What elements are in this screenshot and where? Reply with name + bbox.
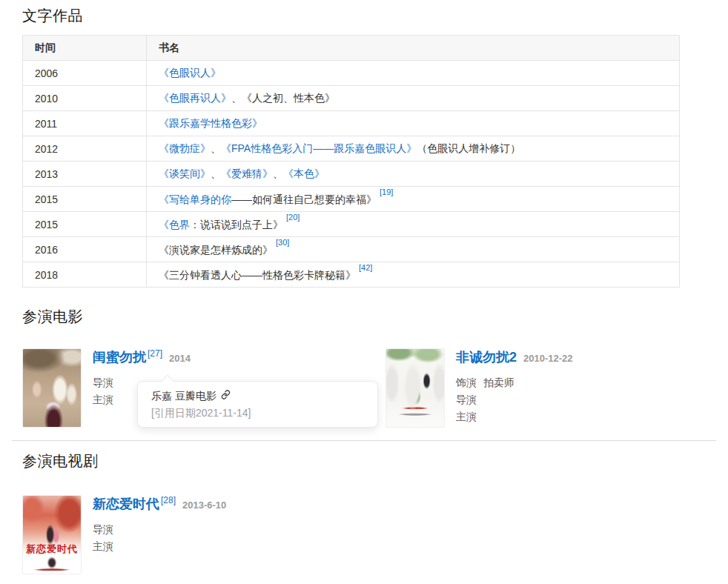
- tv-series-poster[interactable]: 新恋爱时代: [22, 495, 82, 574]
- citation-ref[interactable]: [28]: [161, 492, 176, 508]
- book-link[interactable]: 《写给单身的你: [159, 193, 231, 205]
- year-cell: 2016: [23, 237, 147, 262]
- book-cell: 《色眼再识人》、《人之初、性本色》: [147, 86, 680, 111]
- book-link[interactable]: 《爱难猜》: [221, 167, 273, 179]
- book-cell: 《色界：说话说到点子上》[20]: [147, 212, 680, 237]
- table-row: 2016 《演说家是怎样炼成的》[30]: [23, 237, 680, 262]
- movie-card: 非诚勿扰2 2010-12-22 饰演拍卖师 导演 主演: [385, 348, 573, 428]
- release-date: 2014: [169, 351, 191, 367]
- column-header-time: 时间: [23, 36, 147, 61]
- table-row: 2006 《色眼识人》: [23, 61, 680, 86]
- credit-row: 导演: [456, 391, 573, 408]
- credit-label: 导演: [93, 523, 113, 535]
- book-link[interactable]: 《谈笑间》: [159, 167, 211, 179]
- book-text: 《三分钟看透人心——性格色彩卡牌秘籍》: [159, 269, 356, 281]
- table-row: 2011 《跟乐嘉学性格色彩》: [23, 111, 680, 136]
- column-header-bookname: 书名: [147, 36, 680, 61]
- tv-series-card: 新恋爱时代 新恋爱时代 [28] 2013-6-10 导演 主演: [22, 495, 226, 574]
- book-cell: 《跟乐嘉学性格色彩》: [147, 111, 680, 136]
- tv-series-info: 新恋爱时代 [28] 2013-6-10 导演 主演: [93, 495, 226, 574]
- movie-poster[interactable]: [22, 348, 82, 428]
- table-row: 2013 《谈笑间》、《爱难猜》、《本色》: [23, 162, 680, 187]
- section-title-movies: 参演电影: [22, 307, 83, 327]
- citation-ref[interactable]: [42]: [359, 263, 372, 272]
- book-cell: 《三分钟看透人心——性格色彩卡牌秘籍》[42]: [147, 262, 680, 288]
- citation-ref[interactable]: [30]: [276, 238, 289, 247]
- movie-poster[interactable]: [385, 348, 445, 428]
- book-link[interactable]: 《本色》: [283, 167, 325, 179]
- book-link[interactable]: 《色界: [159, 219, 190, 230]
- book-text: （色眼识人增补修订）: [417, 142, 520, 154]
- credit-label: 导演: [456, 394, 477, 405]
- credit-row: 主演: [456, 408, 573, 425]
- external-link-icon: [216, 390, 231, 402]
- credit-label: 主演: [93, 394, 113, 405]
- credit-label: 导演: [93, 376, 113, 388]
- year-cell: 2013: [23, 162, 147, 187]
- year-cell: 2015: [23, 212, 147, 237]
- movie-info: 非诚勿扰2 2010-12-22 饰演拍卖师 导演 主演: [456, 348, 573, 428]
- movie-title-link[interactable]: 非诚勿扰2: [456, 349, 517, 365]
- credit-row: 主演: [93, 538, 226, 555]
- year-cell: 2006: [23, 61, 147, 86]
- release-date: 2013-6-10: [182, 497, 226, 514]
- table-row: 2010 《色眼再识人》、《人之初、性本色》: [23, 86, 680, 111]
- year-cell: 2011: [23, 111, 147, 136]
- citation-ref[interactable]: [20]: [286, 213, 300, 222]
- section-divider: [12, 440, 716, 441]
- year-cell: 2015: [23, 187, 147, 212]
- movie-title-link[interactable]: 闺蜜勿扰: [93, 349, 146, 365]
- book-link[interactable]: 《微勃症》: [159, 142, 211, 154]
- book-text: ——如何通往自己想要的幸福》: [231, 193, 377, 205]
- year-cell: 2010: [23, 86, 147, 111]
- table-header-row: 时间 书名: [23, 36, 680, 61]
- book-text: 、: [211, 167, 221, 179]
- reference-tooltip: 乐嘉 豆瓣电影 [引用日期2021-11-14]: [137, 381, 378, 428]
- credit-row: 导演: [93, 521, 226, 538]
- book-cell: 《谈笑间》、《爱难猜》、《本色》: [147, 162, 680, 187]
- book-cell: 《色眼识人》: [147, 61, 680, 86]
- citation-ref[interactable]: [19]: [380, 188, 393, 196]
- book-link[interactable]: 《跟乐嘉学性格色彩》: [159, 117, 262, 129]
- section-title-written-works: 文字作品: [22, 6, 83, 26]
- book-link[interactable]: 《色眼识人》: [159, 67, 221, 79]
- book-text: 、《人之初、性本色》: [231, 92, 335, 104]
- book-link[interactable]: 《色眼再识人》: [159, 92, 231, 104]
- year-cell: 2012: [23, 136, 147, 162]
- book-cell: 《微勃症》、《FPA性格色彩入门——跟乐嘉色眼识人》（色眼识人增补修订）: [147, 136, 680, 162]
- credit-value: 拍卖师: [483, 376, 514, 388]
- table-row: 2015 《色界：说话说到点子上》[20]: [23, 212, 680, 237]
- tooltip-cite-date: [引用日期2021-11-14]: [151, 407, 364, 419]
- poster-title-text: 新恋爱时代: [23, 542, 81, 556]
- book-text: 、: [211, 142, 221, 154]
- credit-label: 主演: [456, 411, 477, 422]
- credit-label: 饰演: [456, 376, 477, 388]
- citation-ref[interactable]: [27]: [148, 345, 162, 362]
- book-text: 《演说家是怎样炼成的》: [159, 244, 273, 256]
- tooltip-source-link[interactable]: 乐嘉 豆瓣电影: [151, 390, 364, 402]
- tv-series-title-link[interactable]: 新恋爱时代: [93, 496, 159, 512]
- year-cell: 2018: [23, 262, 147, 288]
- book-text: 、: [273, 167, 283, 179]
- book-cell: 《演说家是怎样炼成的》[30]: [147, 237, 680, 262]
- book-cell: 《写给单身的你——如何通往自己想要的幸福》[19]: [147, 187, 680, 212]
- table-row: 2015 《写给单身的你——如何通往自己想要的幸福》[19]: [23, 187, 680, 212]
- table-row: 2012 《微勃症》、《FPA性格色彩入门——跟乐嘉色眼识人》（色眼识人增补修订…: [23, 136, 680, 162]
- release-date: 2010-12-22: [523, 351, 573, 367]
- book-link[interactable]: 《FPA性格色彩入门——跟乐嘉色眼识人》: [221, 142, 417, 154]
- book-text: ：说话说到点子上》: [190, 219, 283, 230]
- section-title-tv-series: 参演电视剧: [22, 451, 99, 471]
- credit-row: 饰演拍卖师: [456, 374, 573, 391]
- credit-label: 主演: [93, 540, 113, 552]
- written-works-table: 时间 书名 2006 《色眼识人》 2010 《色眼再识人》、《人之初、性本色》…: [22, 35, 680, 288]
- table-row: 2018 《三分钟看透人心——性格色彩卡牌秘籍》[42]: [23, 262, 680, 288]
- baike-article-page: 文字作品 时间 书名 2006 《色眼识人》 2010 《色眼再识人》、《人之初…: [0, 0, 728, 584]
